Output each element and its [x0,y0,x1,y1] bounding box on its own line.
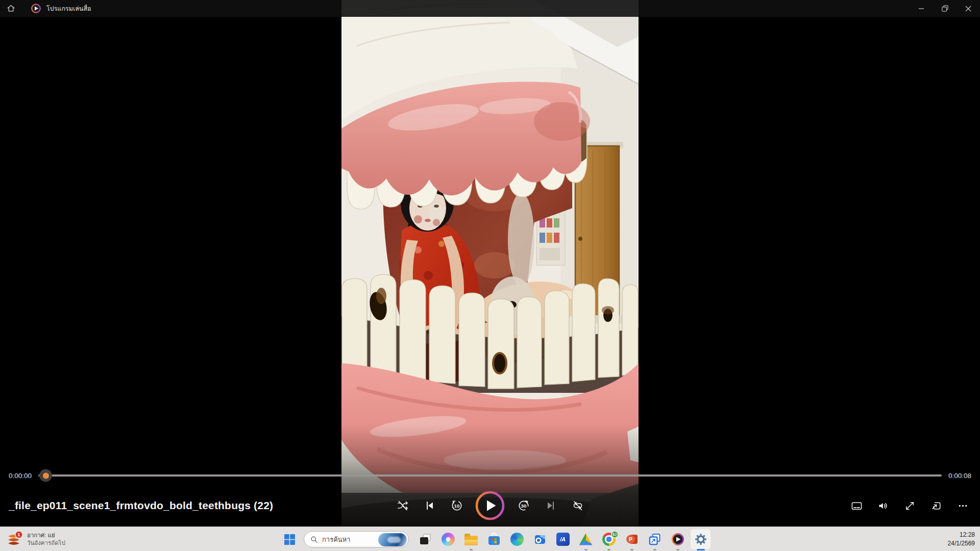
more-options-button[interactable] [952,494,974,517]
mini-player-icon [930,500,942,512]
close-button[interactable] [957,0,980,17]
microsoft-store-icon [487,533,501,546]
search-icon [310,536,318,543]
settings-button[interactable] [689,527,712,551]
next-track-icon [545,499,557,512]
svg-text:30: 30 [521,503,526,509]
seek-row: 0:00:00 0:00:08 [0,467,980,484]
clock-date: 24/1/2569 [948,539,975,548]
media-title: _file_ep011_scene1_frmtovdo_bold_teethbu… [9,489,273,522]
blue-a-app-button[interactable]: /A [551,527,574,551]
weather-haze-icon: 1 [6,531,22,547]
minimize-button[interactable] [910,0,933,17]
titlebar: โปรแกรมเล่นสื่อ [0,0,980,17]
play-button[interactable] [475,490,505,521]
task-view-button[interactable] [413,527,436,551]
subtitles-icon [851,500,863,512]
outlook-icon [533,533,547,546]
fullscreen-icon [904,500,916,512]
chrome-profile-badge: SJ [611,531,619,538]
restore-icon [942,5,948,12]
seek-bar[interactable] [38,474,942,477]
secondary-controls [846,489,974,522]
clock-time: 12:28 [948,531,975,539]
shuffle-off-icon [397,499,409,512]
file-explorer-button[interactable] [459,527,482,551]
transport-controls: 10 30 [391,489,589,522]
subtitles-button[interactable] [846,494,868,517]
powerpoint-button[interactable]: P [620,527,643,551]
weather-forecast: วันอังคารถัดไป [27,539,65,547]
seek-knob[interactable] [39,469,52,482]
skip-forward-30-icon: 30 [517,499,530,512]
edge-button[interactable] [505,527,528,551]
restore-button[interactable] [933,0,957,17]
search-input[interactable] [322,536,378,543]
elapsed-time: 0:00:00 [9,472,32,480]
bing-daily-image[interactable] [378,533,407,546]
edge-icon [510,533,524,546]
blue-squares-app-icon [648,533,662,546]
volume-icon [877,500,889,512]
home-button[interactable] [0,0,21,17]
chrome-button[interactable]: SJ [597,527,620,551]
skip-forward-button[interactable]: 30 [512,494,534,517]
app-title: โปรแกรมเล่นสื่อ [46,4,91,14]
copilot-icon [442,533,455,546]
microsoft-store-button[interactable] [482,527,505,551]
powerpoint-icon: P [625,533,639,546]
shuffle-button[interactable] [391,494,413,517]
start-button[interactable] [280,527,299,551]
media-player-window: โปรแกรมเล่นสื่อ 0:00:00 0:00:08 _file_ [0,0,980,551]
home-icon [7,4,15,13]
minimize-icon [918,6,924,12]
next-track-button[interactable] [540,494,561,517]
svg-text:10: 10 [454,503,459,509]
google-drive-button[interactable] [574,527,597,551]
start-icon [284,534,295,545]
blue-squares-app-button[interactable] [643,527,666,551]
mini-player-button[interactable] [925,494,947,517]
outlook-button[interactable] [528,527,551,551]
google-drive-icon [579,534,593,545]
duration-time: 0:00:08 [948,472,971,480]
copilot-button[interactable] [436,527,459,551]
taskbar-center: /A SJ P [280,527,712,551]
close-icon [965,6,971,12]
play-icon [475,490,505,521]
skip-back-button[interactable]: 10 [446,494,468,517]
media-player-icon [671,533,684,546]
taskbar: 1 อากาศ: แย่ วันอังคารถัดไป [0,527,980,551]
volume-button[interactable] [872,494,894,517]
taskbar-search[interactable] [304,531,409,547]
svg-text:1: 1 [17,532,20,537]
settings-active-indicator [697,549,705,550]
blue-a-app-icon: /A [556,533,570,546]
more-options-icon [957,500,969,512]
file-explorer-icon [464,536,478,545]
media-player-taskbar-button[interactable] [666,527,689,551]
settings-gear-icon [695,533,707,545]
skip-back-10-icon: 10 [450,499,463,512]
previous-track-icon [424,499,436,512]
chrome-icon: SJ [602,533,616,546]
taskbar-clock[interactable]: 12:28 24/1/2569 [948,527,975,551]
previous-track-button[interactable] [419,494,440,517]
media-player-app-icon [31,3,41,14]
repeat-off-icon [572,499,584,512]
weather-widget[interactable]: 1 อากาศ: แย่ วันอังคารถัดไป [6,527,65,551]
fullscreen-button[interactable] [899,494,921,517]
repeat-button[interactable] [567,494,589,517]
svg-text:P: P [628,536,632,542]
blue-a-app-label: /A [560,536,566,542]
task-view-icon [419,533,432,546]
weather-condition: อากาศ: แย่ [27,532,65,539]
control-bar: _file_ep011_scene1_frmtovdo_bold_teethbu… [0,489,980,522]
